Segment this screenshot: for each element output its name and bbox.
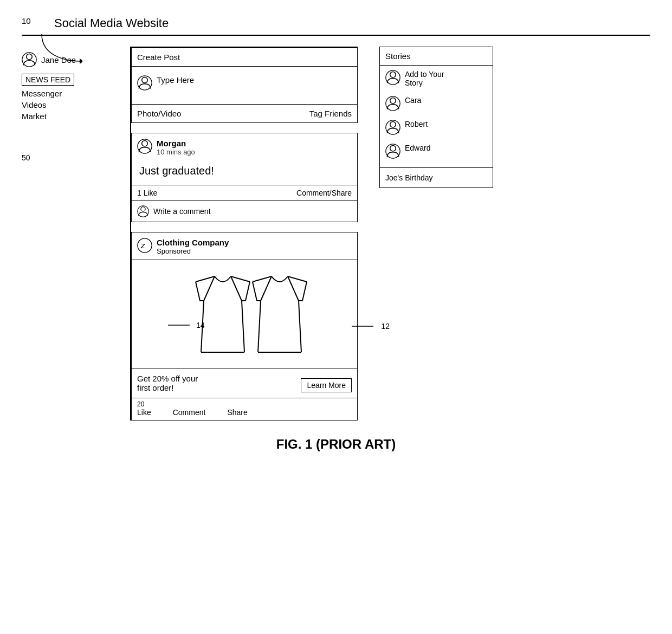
svg-line-18 <box>253 276 272 282</box>
ad-sponsored-label: Sponsored <box>157 247 229 255</box>
cara-icon <box>385 96 400 111</box>
ad-cta-row: Get 20% off yourfirst order! Learn More <box>132 368 357 398</box>
post-author-name: Morgan <box>157 139 195 148</box>
svg-line-7 <box>196 276 215 282</box>
page-title: Social Media Website <box>54 16 169 30</box>
sidebar-item-messenger[interactable]: Messenger <box>22 89 119 98</box>
svg-line-8 <box>231 276 250 282</box>
birthday-item[interactable]: Joe's Birthday <box>380 167 493 187</box>
ad-header: z Clothing Company Sponsored <box>132 232 357 260</box>
ref-12-label: 12 <box>352 321 390 332</box>
add-story-label: Add to YourStory <box>405 70 444 87</box>
create-post-placeholder: Type Here <box>157 75 194 85</box>
add-story-icon <box>385 70 400 85</box>
story-item-robert[interactable]: Robert <box>380 115 493 139</box>
learn-more-button[interactable]: Learn More <box>301 378 352 392</box>
post-like-count[interactable]: 1 Like <box>137 189 157 197</box>
tshirts-svg <box>179 266 309 363</box>
post-comment-row[interactable]: Write a comment <box>132 200 357 222</box>
news-feed-button[interactable]: NEWS FEED <box>22 74 74 86</box>
svg-line-20 <box>253 282 257 301</box>
ref-10-label: 10 <box>22 16 31 25</box>
tag-friends-button[interactable]: Tag Friends <box>309 109 352 118</box>
post-stats: 1 Like Comment/Share <box>132 185 357 200</box>
fig-caption: FIG. 1 (PRIOR ART) <box>22 437 650 452</box>
ad-like-count: 20 <box>137 400 248 408</box>
feed-column: Create Post Type Here Photo/Video Tag Fr… <box>130 47 358 420</box>
robert-icon <box>385 120 400 135</box>
comment-user-icon <box>137 205 149 217</box>
ad-company-name: Clothing Company <box>157 238 229 247</box>
robert-label: Robert <box>405 120 428 128</box>
edward-label: Edward <box>405 144 430 152</box>
post-header: Morgan 10 mins ago <box>132 133 357 159</box>
create-post-box: Create Post Type Here Photo/Video Tag Fr… <box>131 48 358 123</box>
ad-card: z Clothing Company Sponsored <box>131 232 358 420</box>
svg-marker-4 <box>80 59 82 64</box>
post-author-icon <box>137 139 152 154</box>
edward-icon <box>385 144 400 159</box>
svg-line-9 <box>196 282 200 301</box>
photo-video-button[interactable]: Photo/Video <box>137 109 181 118</box>
ad-share-button[interactable]: Share <box>227 408 247 417</box>
ad-comment-button[interactable]: Comment <box>173 408 206 417</box>
ref-14-label: 14 <box>168 320 205 331</box>
ad-cta-text: Get 20% off yourfirst order! <box>137 374 198 392</box>
sidebar-item-market[interactable]: Market <box>22 112 119 121</box>
svg-line-10 <box>245 282 250 301</box>
ref-14-line <box>168 320 195 331</box>
story-item-edward[interactable]: Edward <box>380 139 493 163</box>
svg-line-27 <box>261 276 272 301</box>
svg-text:z: z <box>140 241 145 250</box>
write-comment-label: Write a comment <box>153 207 211 216</box>
user-avatar-icon <box>22 52 37 67</box>
post-card: Morgan 10 mins ago Just graduated! 1 Lik… <box>131 133 358 222</box>
svg-line-14 <box>242 301 244 352</box>
post-comment-share[interactable]: Comment/Share <box>296 189 352 197</box>
ad-image-area <box>132 260 357 368</box>
ad-like-button[interactable]: Like <box>137 408 151 417</box>
story-item-cara[interactable]: Cara <box>380 92 493 115</box>
svg-line-16 <box>204 276 215 301</box>
ref-10-arrow <box>39 31 82 64</box>
ref-12-line <box>352 321 379 332</box>
stories-title: Stories <box>380 47 493 66</box>
svg-line-17 <box>231 276 242 301</box>
ad-company-icon: z <box>137 238 152 253</box>
sidebar-item-videos[interactable]: Videos <box>22 100 119 109</box>
cara-label: Cara <box>405 96 421 105</box>
create-post-input-area[interactable]: Type Here <box>132 67 357 105</box>
sidebar: Jane Doe NEWS FEED Messenger Videos Mark… <box>22 47 119 420</box>
story-add-item[interactable]: Add to YourStory <box>380 66 493 92</box>
ad-actions: 20 Like Comment Share <box>132 398 357 420</box>
stories-column: Stories Add to YourStory Cara <box>379 47 493 420</box>
post-time: 10 mins ago <box>157 148 195 156</box>
svg-line-21 <box>302 282 307 301</box>
ref-50-label: 50 <box>22 153 119 162</box>
svg-line-25 <box>299 301 301 352</box>
svg-line-28 <box>288 276 299 301</box>
stories-box: Stories Add to YourStory Cara <box>379 47 493 188</box>
svg-line-24 <box>258 301 261 352</box>
create-post-actions: Photo/Video Tag Friends <box>132 105 357 122</box>
post-content: Just graduated! <box>132 159 357 185</box>
create-post-header: Create Post <box>132 48 357 67</box>
svg-line-19 <box>288 276 307 282</box>
create-post-user-icon <box>137 75 152 90</box>
